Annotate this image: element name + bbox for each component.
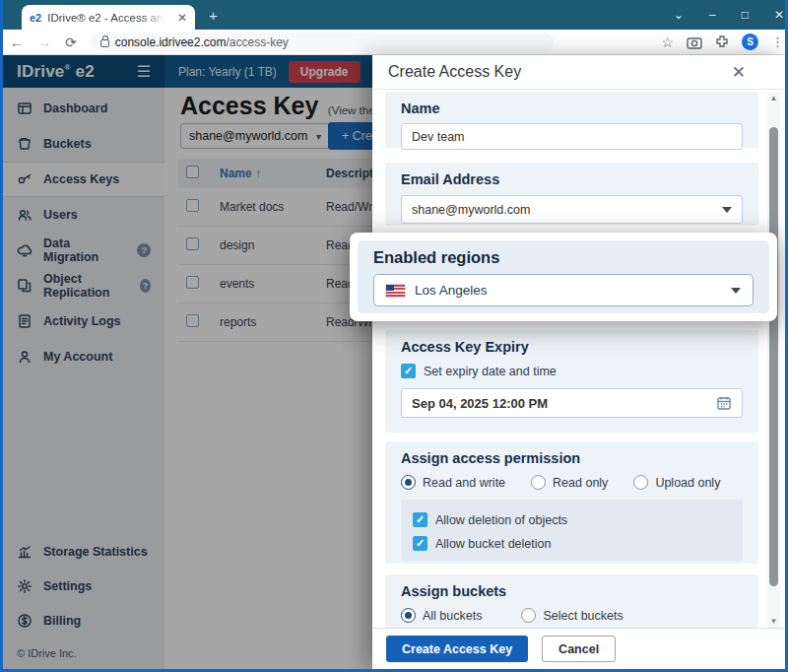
browser-tab-bar: e2 IDrive® e2 - Access and secret ke ✕ +… <box>0 0 788 30</box>
forward-icon[interactable]: → <box>37 34 51 50</box>
window-maximize-icon[interactable]: □ <box>742 8 749 22</box>
close-icon[interactable]: ✕ <box>732 62 746 83</box>
url-path: /access-key <box>226 35 288 49</box>
allow-bucket-deletion-checkbox[interactable]: ✓ <box>413 536 427 551</box>
radio-all-buckets[interactable]: All buckets <box>401 608 482 623</box>
create-access-key-modal: Create Access Key ✕ Name Dev team Email … <box>372 55 785 669</box>
browser-window: e2 IDrive® e2 - Access and secret ke ✕ +… <box>0 0 788 672</box>
radio-read-only[interactable]: Read only <box>531 475 608 490</box>
tab-search-chevron-icon[interactable]: ⌄ <box>674 8 684 22</box>
modal-footer: Create Access Key Cancel <box>372 628 785 669</box>
enabled-regions-popup: Enabled regions Los Angeles <box>350 233 777 321</box>
name-label: Name <box>401 101 743 116</box>
radio-select-buckets[interactable]: Select buckets <box>521 608 623 623</box>
set-expiry-label: Set expiry date and time <box>424 365 557 378</box>
extensions-puzzle-icon[interactable] <box>715 35 729 49</box>
buckets-section: Assign buckets All buckets Select bucket… <box>385 574 758 628</box>
camera-icon[interactable] <box>687 35 702 49</box>
enabled-regions-label: Enabled regions <box>373 248 754 267</box>
create-access-key-button[interactable]: Create Access Key <box>386 636 528 662</box>
back-icon[interactable]: ← <box>10 34 24 50</box>
set-expiry-checkbox[interactable]: ✓ <box>401 364 416 378</box>
radio-read-and-write[interactable]: Read and write <box>401 475 505 490</box>
bookmark-star-icon[interactable]: ☆ <box>661 34 674 50</box>
us-flag-icon <box>386 285 405 297</box>
expiry-section: Access Key Expiry ✓ Set expiry date and … <box>385 330 758 433</box>
expiry-date-input[interactable]: Sep 04, 2025 12:00 PM <box>401 388 743 418</box>
region-select[interactable]: Los Angeles <box>373 274 754 306</box>
permission-section: Assign access permission Read and write … <box>385 441 758 564</box>
permission-label: Assign access permission <box>401 450 743 466</box>
email-section: Email Address shane@myworld.com <box>385 163 758 226</box>
allow-object-deletion-checkbox[interactable]: ✓ <box>413 512 427 527</box>
email-select[interactable]: shane@myworld.com <box>401 195 743 224</box>
calendar-icon[interactable] <box>716 395 732 411</box>
name-input[interactable]: Dev team <box>401 123 743 150</box>
window-minimize-icon[interactable]: – <box>709 8 716 22</box>
radio-selected-icon <box>401 475 416 490</box>
expiry-label: Access Key Expiry <box>401 339 743 355</box>
profile-avatar[interactable]: S <box>742 34 758 50</box>
modal-title: Create Access Key <box>388 63 521 81</box>
buckets-label: Assign buckets <box>401 583 743 599</box>
lock-icon <box>100 39 109 47</box>
url-field[interactable]: console.idrivee2.com/access-key <box>91 33 554 51</box>
reload-icon[interactable]: ⟳ <box>65 34 77 50</box>
scroll-up-icon: ▲ <box>767 94 780 102</box>
radio-selected-icon <box>401 608 416 623</box>
scrollbar-thumb[interactable] <box>769 127 778 586</box>
tab-close-icon[interactable]: ✕ <box>177 11 187 25</box>
email-label: Email Address <box>401 171 743 187</box>
radio-icon <box>633 475 648 490</box>
name-section: Name Dev team <box>385 92 758 148</box>
cancel-button[interactable]: Cancel <box>542 636 616 662</box>
window-close-icon[interactable]: ✕ <box>774 8 784 22</box>
tab-title: IDrive® e2 - Access and secret ke <box>47 12 165 24</box>
browser-tab[interactable]: e2 IDrive® e2 - Access and secret ke ✕ <box>22 5 195 30</box>
browser-menu-icon[interactable]: ⋮ <box>771 34 784 49</box>
chevron-down-icon <box>731 288 741 294</box>
radio-icon <box>531 475 546 490</box>
scroll-down-icon: ▼ <box>767 617 780 626</box>
radio-icon <box>521 608 536 623</box>
deletion-options-box: ✓ Allow deletion of objects ✓ Allow buck… <box>401 500 743 561</box>
new-tab-button[interactable]: + <box>209 7 218 24</box>
modal-scrollbar[interactable]: ▲ ▼ <box>767 92 780 628</box>
url-host: console.idrivee2.com <box>115 35 227 49</box>
chevron-down-icon <box>722 207 732 213</box>
browser-address-bar: ← → ⟳ console.idrivee2.com/access-key ☆ … <box>0 30 788 55</box>
site-favicon: e2 <box>30 12 41 24</box>
radio-upload-only[interactable]: Upload only <box>633 475 720 490</box>
